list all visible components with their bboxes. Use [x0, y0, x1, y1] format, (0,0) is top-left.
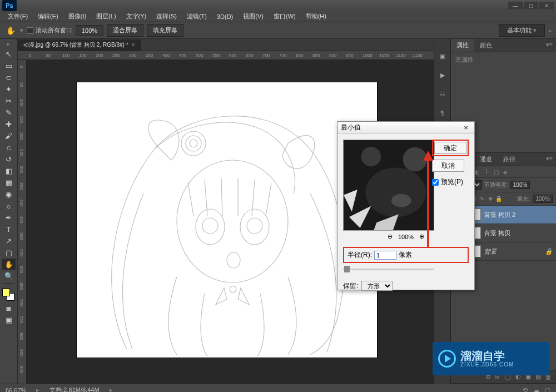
radius-slider[interactable] — [343, 265, 434, 273]
brush-panel-icon[interactable]: ☷ — [436, 88, 449, 100]
cloud-icon[interactable]: ☁ — [533, 386, 539, 392]
menu-file[interactable]: 文件(F) — [3, 11, 32, 22]
window-maximize[interactable]: □ — [524, 2, 538, 9]
tab-color[interactable]: 颜色 — [474, 39, 498, 52]
toolbox: ▸ ↖ ▭ ⊂ ✦ ✂ ✎ ✚ 🖌 ⎌ ↺ ◧ ▦ ◉ ☼ ✒ T ↗ ▢ ✋ … — [0, 39, 18, 384]
hand-tool[interactable]: ✋ — [2, 259, 16, 270]
ruler-vertical: 0501001502002503003504004505005506006507… — [18, 60, 27, 384]
document-tab[interactable]: 动漫.jpg @ 66.7% (背景 拷贝 2, RGB/8#) * × — [18, 39, 141, 51]
brush-tool[interactable]: 🖌 — [2, 130, 16, 141]
doc-info[interactable]: 文档:2.81M/8.44M — [49, 386, 99, 392]
color-swatches[interactable] — [2, 289, 16, 302]
keep-select[interactable]: 方形 — [361, 281, 393, 291]
zoom-100-button[interactable]: 100% — [76, 25, 103, 36]
marquee-tool[interactable]: ▭ — [2, 60, 16, 71]
fill-value[interactable]: 100% — [533, 195, 553, 203]
healing-tool[interactable]: ✚ — [2, 118, 16, 130]
filter-shape-icon[interactable]: ▢ — [492, 168, 500, 176]
window-close[interactable]: × — [539, 2, 554, 9]
preview-check-label: 预览(P) — [441, 177, 463, 187]
eyedropper-tool[interactable]: ✎ — [2, 107, 16, 118]
menu-help[interactable]: 帮助(H) — [301, 11, 331, 22]
filter-preview[interactable] — [343, 140, 434, 231]
shape-tool[interactable]: ▢ — [2, 247, 16, 258]
opacity-value[interactable]: 100% — [510, 181, 530, 189]
actions-panel-icon[interactable]: ▶ — [436, 69, 449, 81]
radius-unit: 像素 — [399, 250, 412, 260]
zoom-arrow-icon[interactable]: ▸ — [36, 386, 39, 392]
menu-image[interactable]: 图像(I) — [64, 11, 91, 22]
menu-view[interactable]: 视图(V) — [239, 11, 268, 22]
foreground-color-swatch[interactable] — [2, 289, 10, 296]
menu-type[interactable]: 文字(Y) — [122, 11, 151, 22]
watermark-sub: ZIXUE.3D66.COM — [460, 361, 514, 368]
sketch-image — [77, 82, 377, 358]
menu-window[interactable]: 窗口(W) — [269, 11, 300, 22]
workspace-switcher[interactable]: 基本功能 ▾ — [499, 24, 545, 37]
layer-name: 背景 — [484, 247, 497, 256]
move-tool[interactable]: ↖ — [2, 48, 16, 59]
hand-tool-icon: ✋ — [4, 24, 17, 37]
keep-label: 保留: — [343, 281, 358, 291]
dialog-close-button[interactable]: × — [461, 123, 471, 132]
ruler-horizontal: 0501001502002503003504004505005506006507… — [18, 51, 434, 60]
zoom-level[interactable]: 66.67% — [6, 387, 26, 393]
tab-properties[interactable]: 属性 — [451, 39, 474, 52]
close-tab-icon[interactable]: × — [132, 42, 135, 48]
quick-mask-toggle[interactable]: ◙ — [2, 302, 16, 314]
zoom-out-button[interactable]: ⊖ — [388, 233, 393, 240]
lock-pixels-icon[interactable]: ✎ — [479, 196, 485, 202]
menu-select[interactable]: 选择(S) — [152, 11, 181, 22]
screen-mode-toggle[interactable]: ▣ — [2, 314, 16, 325]
menu-3d[interactable]: 3D(D) — [212, 12, 237, 21]
menu-layer[interactable]: 图层(L) — [92, 11, 120, 22]
type-tool[interactable]: T — [2, 224, 16, 235]
char-panel-icon[interactable]: ¶ — [436, 107, 449, 119]
info-arrow-icon[interactable]: ▸ — [110, 386, 113, 392]
path-tool[interactable]: ↗ — [2, 235, 16, 246]
filter-smart-icon[interactable]: ◈ — [502, 168, 509, 176]
blur-tool[interactable]: ◉ — [2, 188, 16, 200]
radius-input[interactable] — [374, 251, 396, 260]
options-bar: ✋ ▾ 滚动所有窗口 100% 适合屏幕 填充屏幕 基本功能 ▾ » — [0, 22, 556, 39]
document-tab-title: 动漫.jpg @ 66.7% (背景 拷贝 2, RGB/8#) * — [23, 41, 128, 49]
zoom-tool[interactable]: 🔍 — [2, 270, 16, 281]
cancel-button[interactable]: 取消 — [432, 160, 464, 172]
preview-checkbox[interactable]: 预览(P) — [432, 177, 469, 187]
svg-point-13 — [366, 167, 426, 217]
filter-type-icon[interactable]: T — [483, 168, 490, 176]
watermark-title: 溜溜自学 — [460, 350, 514, 361]
magic-wand-tool[interactable]: ✦ — [2, 83, 16, 95]
sync-icon[interactable]: ⟲ — [523, 386, 528, 392]
lock-all-icon[interactable]: 🔒 — [495, 196, 502, 202]
history-panel-icon[interactable]: ▣ — [436, 50, 449, 62]
watermark: 溜溜自学 ZIXUE.3D66.COM — [433, 342, 549, 375]
stamp-tool[interactable]: ⎌ — [2, 142, 16, 153]
fit-screen-button[interactable]: 适合屏幕 — [107, 24, 143, 37]
ok-button[interactable]: 确定 — [434, 142, 466, 154]
lock-position-icon[interactable]: ✥ — [487, 196, 494, 202]
layers-menu-icon[interactable]: ▾≡ — [543, 153, 556, 166]
radius-label: 半径(R): — [348, 250, 372, 260]
play-icon — [438, 350, 456, 368]
history-brush-tool[interactable]: ↺ — [2, 153, 16, 165]
zoom-in-button[interactable]: ⊕ — [419, 233, 424, 240]
dodge-tool[interactable]: ☼ — [2, 200, 16, 211]
status-square-icon[interactable]: ▢ — [545, 386, 550, 392]
collapse-icon[interactable]: ▸ — [7, 41, 10, 47]
menu-edit[interactable]: 编辑(E) — [33, 11, 63, 22]
double-arrow-icon[interactable]: » — [548, 27, 552, 34]
menu-filter[interactable]: 滤镜(T) — [182, 11, 211, 22]
app-logo: Ps — [2, 0, 17, 11]
panel-menu-icon[interactable]: ▾≡ — [543, 39, 556, 52]
lasso-tool[interactable]: ⊂ — [2, 72, 16, 83]
crop-tool[interactable]: ✂ — [2, 95, 16, 106]
scroll-all-windows-checkbox[interactable]: 滚动所有窗口 — [27, 26, 72, 34]
fill-screen-button[interactable]: 填充屏幕 — [147, 24, 183, 37]
window-minimize[interactable]: — — [508, 2, 523, 9]
tab-paths[interactable]: 路径 — [498, 153, 521, 166]
pen-tool[interactable]: ✒ — [2, 212, 16, 223]
eraser-tool[interactable]: ◧ — [2, 165, 16, 176]
gradient-tool[interactable]: ▦ — [2, 177, 16, 188]
tab-channels[interactable]: 通道 — [474, 153, 498, 166]
